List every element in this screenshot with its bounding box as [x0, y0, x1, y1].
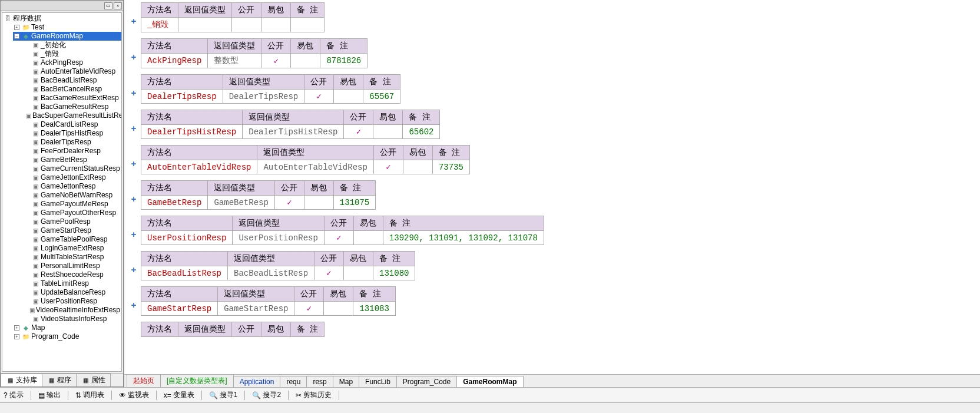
tree-leaf-_初始化[interactable]: ▣ _初始化	[22, 41, 121, 49]
tree-leaf-GameNoBetWarnResp[interactable]: ▣ GameNoBetWarnResp	[22, 191, 121, 200]
sidebar-close-button[interactable]: ×	[114, 2, 122, 9]
toolbar-搜寻2[interactable]: 🔍 搜寻2	[252, 390, 281, 400]
table-row[interactable]: UserPositionResp UserPositionResp ✓ 1392…	[141, 231, 544, 245]
table-row[interactable]: BacBeadListResp BacBeadListResp ✓ 131080	[141, 266, 415, 280]
tree-leaf-GameStartResp[interactable]: ▣ GameStartResp	[22, 226, 121, 235]
cell-remark[interactable]: 139290, 131091, 131092, 131078	[383, 231, 544, 245]
tree-leaf-GameCurrentStatusResp[interactable]: ▣ GameCurrentStatusResp	[22, 164, 121, 173]
cell-remark[interactable]: 65567	[363, 90, 400, 104]
cell-return-type[interactable]: UserPositionResp	[233, 231, 324, 245]
cell-return-type[interactable]: BacBeadListResp	[228, 266, 314, 280]
expand-method-button[interactable]: +	[127, 145, 141, 168]
tree-leaf-GameJettonExtResp[interactable]: ▣ GameJettonExtResp	[22, 173, 121, 182]
cell-method-name[interactable]: DealerTipsResp	[141, 90, 223, 104]
cell-remark[interactable]: 73735	[432, 160, 469, 174]
cell-public[interactable]: ✓	[314, 266, 344, 280]
cell-remark[interactable]	[291, 18, 325, 32]
tree-leaf-PersonalLimitResp[interactable]: ▣ PersonalLimitResp	[22, 262, 121, 270]
cell-public[interactable]	[232, 18, 261, 32]
table-row[interactable]: GameStartResp GameStartResp ✓ 131083	[141, 302, 396, 316]
cell-public[interactable]: ✓	[294, 302, 324, 316]
sidebar-tab-属性[interactable]: ▦属性	[76, 374, 111, 386]
editor-tab-Map[interactable]: Map	[333, 376, 359, 387]
cell-remark[interactable]: 131075	[333, 196, 375, 210]
tree-toggle-icon[interactable]: −	[14, 34, 19, 39]
expand-method-button[interactable]: +	[127, 38, 141, 62]
tree-node-Test[interactable]: + 📁 Test	[13, 23, 121, 32]
tree-leaf-BacBetCancelResp[interactable]: ▣ BacBetCancelResp	[22, 85, 121, 94]
expand-method-button[interactable]: +	[127, 216, 141, 239]
editor-tab-起始页[interactable]: 起始页	[127, 374, 161, 387]
tree-leaf-BacSuperGameResultListResp[interactable]: ▣ BacSuperGameResultListResp	[22, 111, 121, 120]
table-row[interactable]: AckPingResp 整数型 ✓ 8781826	[141, 54, 368, 68]
tree-node-Map[interactable]: + ◆ Map	[13, 323, 121, 332]
expand-method-button[interactable]: +	[127, 180, 141, 204]
tree-leaf-GamePayoutOtherResp[interactable]: ▣ GamePayoutOtherResp	[22, 209, 121, 217]
tree-leaf-LoginGameExtResp[interactable]: ▣ LoginGameExtResp	[22, 244, 121, 253]
cell-return-type[interactable]: DealerTipsHistResp	[243, 125, 344, 139]
toolbar-提示[interactable]: ? 提示	[4, 390, 24, 400]
tree-leaf-RestShoecodeResp[interactable]: ▣ RestShoecodeResp	[22, 270, 121, 279]
tree-view[interactable]: 🗄程序数据 + 📁 Test − ◆ GameRoomMap ▣ _初始化 ▣ …	[2, 12, 122, 372]
table-row[interactable]: GameBetResp GameBetResp ✓ 131075	[141, 196, 376, 210]
table-row[interactable]: _销毁	[141, 18, 325, 32]
cell-package[interactable]	[324, 302, 353, 316]
cell-package[interactable]	[334, 90, 363, 104]
cell-method-name[interactable]: UserPositionResp	[141, 231, 233, 245]
tree-leaf-UserPositionResp[interactable]: ▣ UserPositionResp	[22, 297, 121, 306]
cell-method-name[interactable]: GameStartResp	[141, 302, 218, 316]
cell-public[interactable]: ✓	[344, 125, 373, 139]
cell-method-name[interactable]: GameBetResp	[141, 196, 208, 210]
cell-public[interactable]: ✓	[261, 54, 291, 68]
cell-package[interactable]	[291, 54, 320, 68]
cell-package[interactable]	[304, 196, 333, 210]
expand-method-button[interactable]: +	[127, 74, 141, 98]
cell-return-type[interactable]: GameStartResp	[218, 302, 294, 316]
tree-node-GameRoomMap[interactable]: − ◆ GameRoomMap	[13, 32, 121, 41]
cell-public[interactable]: ✓	[304, 90, 334, 104]
tree-leaf-MultiTableStartResp[interactable]: ▣ MultiTableStartResp	[22, 253, 121, 262]
tree-leaf-GamePoolResp[interactable]: ▣ GamePoolResp	[22, 217, 121, 226]
table-row[interactable]: DealerTipsHistResp DealerTipsHistResp ✓ …	[141, 125, 440, 139]
cell-method-name[interactable]: AckPingResp	[141, 54, 208, 68]
tree-leaf-BacGameResultExtResp[interactable]: ▣ BacGameResultExtResp	[22, 94, 121, 103]
editor-tab-[自定义数据类型表][interactable]: [自定义数据类型表]	[160, 374, 234, 387]
cell-package[interactable]	[261, 18, 291, 32]
tree-leaf-DealerTipsResp[interactable]: ▣ DealerTipsResp	[22, 138, 121, 147]
toolbar-剪辑历史[interactable]: ✂ 剪辑历史	[296, 390, 332, 400]
tree-leaf-_销毁[interactable]: ▣ _销毁	[22, 49, 121, 58]
tree-root[interactable]: 🗄程序数据	[4, 14, 121, 23]
cell-method-name[interactable]: AutoEnterTableVidResp	[141, 160, 257, 174]
tree-leaf-VideoRealtimeInfoExtResp[interactable]: ▣ VideoRealtimeInfoExtResp	[22, 306, 121, 315]
cell-remark[interactable]: 8781826	[320, 54, 368, 68]
expand-method-button[interactable]: +	[127, 110, 141, 133]
editor-tab-requ[interactable]: requ	[280, 376, 307, 387]
toolbar-搜寻1[interactable]: 🔍 搜寻1	[209, 390, 238, 400]
tree-toggle-icon[interactable]: +	[14, 25, 19, 30]
tree-leaf-BacGameResultResp[interactable]: ▣ BacGameResultResp	[22, 103, 121, 111]
tree-node-Program_Code[interactable]: + 📁 Program_Code	[13, 332, 121, 341]
toolbar-调用表[interactable]: ⇅ 调用表	[75, 390, 104, 400]
cell-package[interactable]	[353, 231, 383, 245]
cell-method-name[interactable]: _销毁	[141, 18, 178, 32]
tree-toggle-icon[interactable]: +	[14, 334, 19, 339]
cell-remark[interactable]: 131080	[373, 266, 415, 280]
cell-method-name[interactable]: BacBeadListResp	[141, 266, 228, 280]
tree-leaf-GameBetResp[interactable]: ▣ GameBetResp	[22, 156, 121, 164]
cell-package[interactable]	[373, 125, 403, 139]
tree-toggle-icon[interactable]: +	[14, 325, 19, 331]
tree-leaf-DealerTipsHistResp[interactable]: ▣ DealerTipsHistResp	[22, 129, 121, 138]
cell-package[interactable]	[403, 160, 432, 174]
cell-return-type[interactable]: DealerTipsResp	[223, 90, 304, 104]
cell-return-type[interactable]: AutoEnterTableVidResp	[257, 160, 373, 174]
cell-public[interactable]: ✓	[373, 160, 403, 174]
cell-package[interactable]	[344, 266, 373, 280]
editor-tab-GameRoomMap[interactable]: GameRoomMap	[456, 376, 523, 387]
tree-leaf-GameTablePoolResp[interactable]: ▣ GameTablePoolResp	[22, 235, 121, 244]
tree-leaf-VideoStatusInfoResp[interactable]: ▣ VideoStatusInfoResp	[22, 315, 121, 323]
expand-method-button[interactable]: +	[127, 286, 141, 310]
cell-remark[interactable]: 131083	[353, 302, 395, 316]
tree-leaf-UpdateBalanceResp[interactable]: ▣ UpdateBalanceResp	[22, 288, 121, 297]
tree-leaf-AutoEnterTableVidResp[interactable]: ▣ AutoEnterTableVidResp	[22, 67, 121, 76]
cell-public[interactable]: ✓	[324, 231, 353, 245]
